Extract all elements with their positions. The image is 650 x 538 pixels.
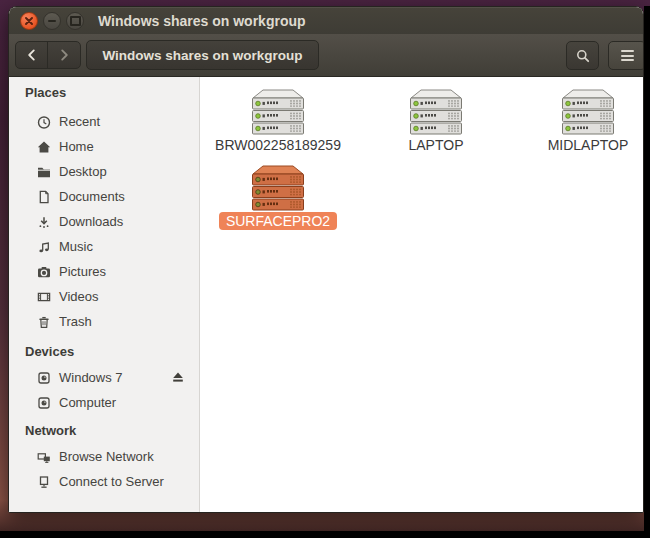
sidebar-item-music[interactable]: Music	[9, 234, 199, 259]
sidebar-item-computer[interactable]: Computer	[9, 390, 199, 415]
minimize-icon	[48, 20, 56, 22]
screen-edge-bottom	[0, 531, 650, 538]
sidebar-item-videos[interactable]: Videos	[9, 284, 199, 309]
close-button[interactable]	[20, 12, 38, 30]
sidebar: Places Recent Home Desktop Documents Dow…	[9, 77, 200, 513]
sidebar-item-label: Recent	[59, 114, 100, 129]
chevron-right-icon	[56, 47, 72, 63]
sidebar-item-label: Windows 7	[59, 370, 123, 385]
sidebar-item-browse-network[interactable]: Browse Network	[9, 444, 199, 469]
network-share-item[interactable]: BRW002258189259	[200, 89, 356, 155]
music-note-icon	[36, 239, 52, 255]
sidebar-item-label: Connect to Server	[59, 474, 164, 489]
toolbar: Windows shares on workgroup	[9, 34, 643, 77]
share-label: BRW002258189259	[200, 136, 356, 155]
sidebar-item-label: Trash	[59, 314, 92, 329]
harddrive-icon	[36, 370, 52, 386]
server-rack-icon	[408, 89, 464, 135]
download-arrow-icon	[36, 214, 52, 230]
hamburger-icon	[621, 50, 634, 61]
location-button[interactable]: Windows shares on workgroup	[86, 40, 319, 70]
search-icon	[575, 48, 591, 64]
sidebar-item-home[interactable]: Home	[9, 134, 199, 159]
sidebar-item-label: Pictures	[59, 264, 106, 279]
share-label: SURFACEPRO2	[200, 212, 356, 231]
window-content: Places Recent Home Desktop Documents Dow…	[9, 77, 643, 513]
close-icon	[21, 13, 37, 29]
clock-icon	[36, 114, 52, 130]
sidebar-item-connect-to-server[interactable]: Connect to Server	[9, 469, 199, 494]
share-label: LAPTOP	[358, 136, 514, 155]
film-icon	[36, 289, 52, 305]
network-computers-icon	[36, 449, 52, 465]
sidebar-header-network: Network	[9, 418, 199, 442]
maximize-button[interactable]	[66, 12, 84, 30]
harddrive-icon	[36, 395, 52, 411]
sidebar-header-places: Places	[9, 80, 199, 104]
sidebar-item-label: Videos	[59, 289, 99, 304]
server-monitor-icon	[36, 474, 52, 490]
sidebar-item-label: Home	[59, 139, 94, 154]
sidebar-item-label: Desktop	[59, 164, 107, 179]
chevron-left-icon	[24, 47, 40, 63]
back-button[interactable]	[16, 42, 48, 68]
window-controls	[20, 12, 84, 30]
sidebar-item-desktop[interactable]: Desktop	[9, 159, 199, 184]
folder-icon	[36, 164, 52, 180]
share-label: MIDLAPTOP	[510, 136, 644, 155]
sidebar-item-label: Music	[59, 239, 93, 254]
sidebar-item-downloads[interactable]: Downloads	[9, 209, 199, 234]
sidebar-item-windows-7[interactable]: Windows 7	[9, 365, 199, 390]
sidebar-item-label: Downloads	[59, 214, 123, 229]
forward-button[interactable]	[48, 42, 80, 68]
network-share-item[interactable]: LAPTOP	[358, 89, 514, 155]
sidebar-item-label: Browse Network	[59, 449, 154, 464]
document-icon	[36, 189, 52, 205]
sidebar-item-label: Computer	[59, 395, 116, 410]
screen-edge-right	[644, 6, 650, 538]
menu-button[interactable]	[608, 41, 644, 70]
sidebar-item-trash[interactable]: Trash	[9, 309, 199, 334]
file-view: BRW002258189259 LAPTOP MIDLAPTOP	[200, 77, 643, 513]
file-manager-window: Windows shares on workgroup Windows shar…	[8, 6, 644, 513]
sidebar-item-recent[interactable]: Recent	[9, 109, 199, 134]
network-share-item-selected[interactable]: SURFACEPRO2	[200, 165, 356, 231]
minimize-button[interactable]	[43, 12, 61, 30]
sidebar-header-devices: Devices	[9, 339, 199, 363]
eject-button[interactable]	[170, 369, 186, 385]
server-rack-icon	[250, 165, 306, 211]
trash-icon	[36, 314, 52, 330]
window-title: Windows shares on workgroup	[98, 13, 306, 29]
titlebar[interactable]: Windows shares on workgroup	[9, 7, 643, 34]
sidebar-item-label: Documents	[59, 189, 125, 204]
search-button[interactable]	[566, 41, 599, 70]
nav-button-group	[15, 41, 81, 69]
network-share-item[interactable]: MIDLAPTOP	[510, 89, 644, 155]
sidebar-item-documents[interactable]: Documents	[9, 184, 199, 209]
maximize-icon	[70, 16, 81, 26]
sidebar-item-pictures[interactable]: Pictures	[9, 259, 199, 284]
server-rack-icon	[250, 89, 306, 135]
home-icon	[36, 139, 52, 155]
camera-icon	[36, 264, 52, 280]
server-rack-icon	[560, 89, 616, 135]
